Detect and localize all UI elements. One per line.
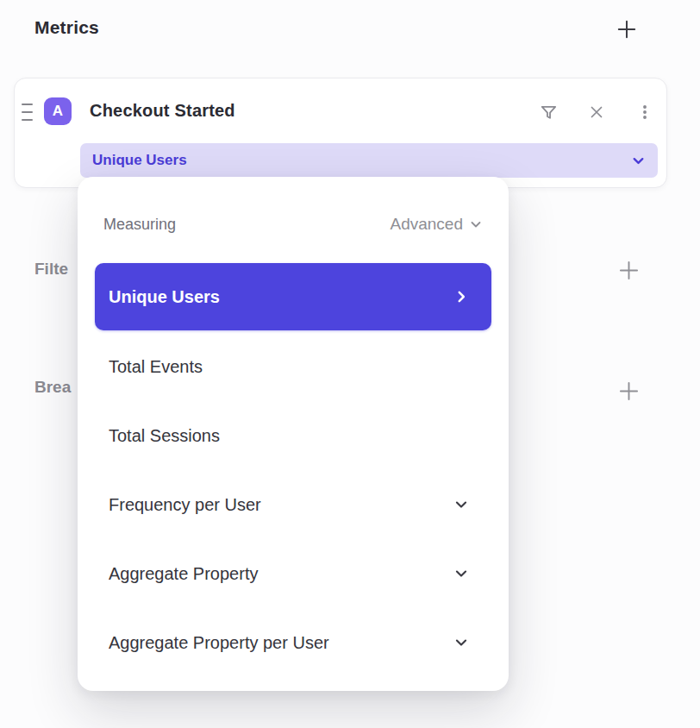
add-filter-button[interactable] [616,257,641,283]
filter-funnel-icon [539,103,559,122]
series-badge: A [44,97,72,125]
menu-item-label: Total Events [109,357,203,377]
close-x-icon [587,103,606,122]
more-options-button[interactable] [632,99,658,125]
measuring-mode-label: Advanced [390,215,463,234]
menu-item-total-sessions[interactable]: Total Sessions [95,401,491,470]
menu-item-total-events[interactable]: Total Events [95,332,491,401]
page-title: Metrics [34,17,99,38]
add-breakdown-button[interactable] [616,378,641,404]
kebab-menu-icon [635,103,654,122]
plus-icon [616,18,638,41]
chevron-down-icon [453,566,469,581]
breakdown-section-label: Brea [34,378,71,397]
menu-item-label: Aggregate Property per User [109,633,329,653]
event-name[interactable]: Checkout Started [90,101,235,121]
chevron-down-icon [453,497,469,512]
chevron-down-icon [469,217,483,231]
measuring-dropdown: Measuring Advanced Unique Users Total Ev… [78,177,509,691]
plus-icon [617,259,641,282]
menu-item-label: Total Sessions [109,426,220,446]
metric-card: A Checkout Started Unique Users [14,78,667,188]
metrics-panel: Metrics Filte Brea A Checkout Started [0,0,700,728]
measuring-title: Measuring [103,216,176,234]
menu-item-label: Frequency per User [109,495,261,515]
measurement-selector[interactable]: Unique Users [80,143,658,178]
chevron-down-icon [453,635,469,650]
measuring-dropdown-header: Measuring Advanced [103,211,483,237]
filters-section-label: Filte [34,260,68,279]
menu-item-aggregate-property-per-user[interactable]: Aggregate Property per User [95,608,491,677]
menu-item-label: Aggregate Property [109,564,258,584]
metric-card-actions [535,99,658,125]
menu-item-aggregate-property[interactable]: Aggregate Property [95,539,491,608]
add-metric-button[interactable] [614,16,640,42]
remove-metric-button[interactable] [584,99,609,125]
chevron-right-icon [453,289,469,304]
filter-button[interactable] [535,99,561,125]
plus-icon [617,380,641,403]
drag-handle-icon[interactable] [22,104,34,121]
chevron-down-icon [631,154,646,168]
menu-item-label: Unique Users [109,287,220,307]
menu-item-unique-users[interactable]: Unique Users [95,263,491,330]
measuring-mode-selector[interactable]: Advanced [390,215,483,234]
menu-item-frequency-per-user[interactable]: Frequency per User [95,470,491,539]
measurement-selector-label: Unique Users [92,152,187,169]
